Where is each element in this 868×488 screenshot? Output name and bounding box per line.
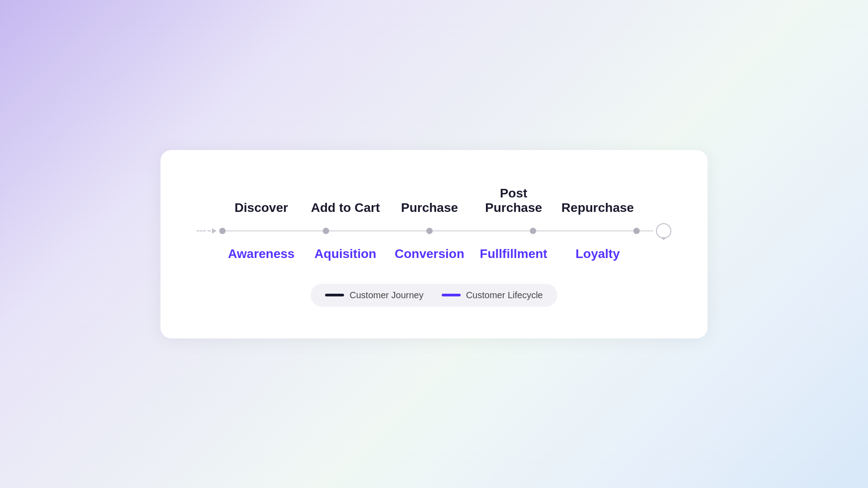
loop-arrow-icon — [656, 223, 671, 239]
bottom-label-aquisition: Aquisition — [315, 247, 377, 261]
bottom-label-loyalty: Loyalty — [576, 247, 620, 261]
bottom-label-fullfillment: Fullfillment — [480, 247, 547, 261]
top-label-post-purchase: Post Purchase — [472, 186, 556, 215]
customer-journey-line-icon — [325, 294, 344, 296]
bottom-label-conversion: Conversion — [395, 247, 464, 261]
top-label-repurchase: Repurchase — [561, 201, 634, 215]
dot-discover — [219, 228, 226, 234]
journey-container: Discover Add to Cart Purchase Post Purch… — [197, 186, 671, 307]
top-label-discover: Discover — [235, 201, 288, 215]
dot-post-purchase — [530, 228, 536, 234]
dot-add-to-cart — [323, 228, 329, 234]
customer-journey-label: Customer Journey — [349, 290, 423, 300]
top-label-purchase: Purchase — [401, 201, 458, 215]
legend: Customer Journey Customer Lifecycle — [311, 284, 557, 307]
dot-repurchase — [633, 228, 640, 234]
top-label-add-to-cart: Add to Cart — [311, 201, 380, 215]
customer-lifecycle-label: Customer Lifecycle — [466, 290, 543, 300]
legend-item-customer-lifecycle: Customer Lifecycle — [442, 290, 543, 300]
dot-purchase — [426, 228, 433, 234]
main-card: Discover Add to Cart Purchase Post Purch… — [160, 150, 708, 338]
bottom-label-awareness: Awareness — [228, 247, 294, 261]
legend-item-customer-journey: Customer Journey — [325, 290, 423, 300]
customer-lifecycle-line-icon — [442, 294, 461, 296]
